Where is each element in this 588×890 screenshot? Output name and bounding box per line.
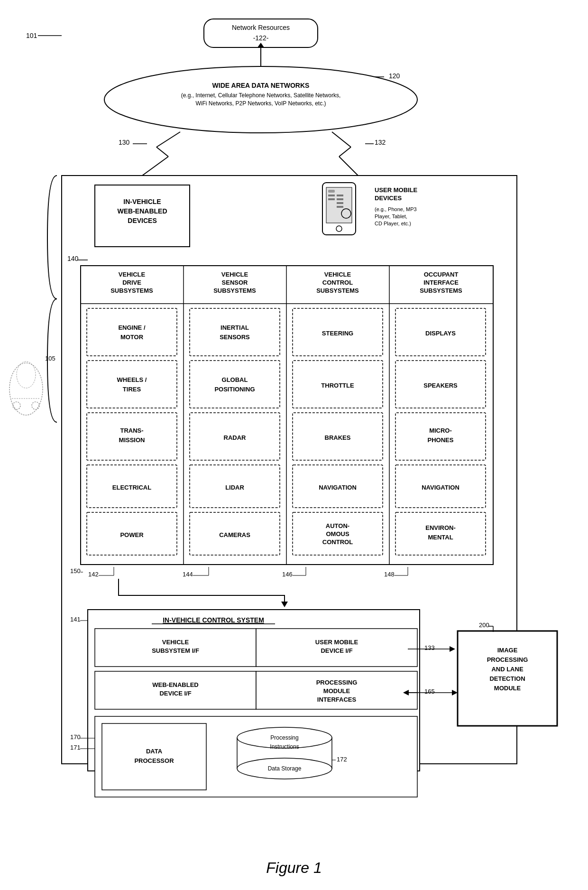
global-positioning-box — [190, 361, 280, 408]
inertial-sensors-label1: INERTIAL — [220, 324, 249, 331]
environmental-label2: MENTAL — [428, 534, 453, 541]
image-processing-label1: IMAGE — [497, 647, 518, 654]
image-processing-label2: PROCESSING — [487, 656, 528, 663]
ref-105: 105 — [45, 355, 55, 362]
processing-module-label1: PROCESSING — [316, 679, 358, 686]
autonomous-label1: AUTON- — [326, 522, 349, 529]
col2-header2: SENSOR — [222, 279, 248, 286]
radar-label: RADAR — [224, 434, 247, 441]
global-positioning-label2: POSITIONING — [214, 386, 255, 393]
in-vehicle-label3: DEVICES — [128, 217, 156, 224]
wheels-tires-box — [87, 361, 177, 408]
phone-speaker — [328, 190, 335, 193]
engine-motor-label2: MOTOR — [120, 334, 144, 341]
wheels-tires-label1: WHEELS / — [117, 376, 147, 383]
microphones-label1: MICRO- — [429, 427, 452, 434]
user-mobile-desc2: Player, Tablet, — [375, 213, 407, 219]
processing-instructions-label: Processing — [270, 734, 298, 741]
phone-detail4 — [337, 198, 343, 200]
speakers-label: SPEAKERS — [423, 382, 458, 389]
col4-header2: INTERFACE — [423, 279, 459, 286]
car-outline — [9, 363, 43, 415]
processing-module-label2: MODULE — [323, 687, 350, 695]
brakes-label: BRAKES — [325, 434, 351, 441]
displays-label: DISPLAYS — [425, 330, 456, 337]
engine-motor-label1: ENGINE / — [118, 324, 145, 331]
ref-171: 171 — [70, 744, 81, 751]
inertial-sensors-box — [190, 308, 280, 356]
transmission-label2: MISSION — [119, 436, 145, 444]
throttle-label: THROTTLE — [321, 382, 354, 389]
wide-area-desc2: WiFi Networks, P2P Networks, VoIP Networ… — [196, 100, 326, 107]
svg-line-6 — [156, 147, 168, 157]
col3-header2: CONTROL — [322, 279, 353, 286]
figure-caption: Figure 1 — [266, 859, 322, 876]
phone-detail1 — [328, 195, 335, 196]
processing-module-label3: INTERFACES — [317, 696, 357, 703]
ref-140: 140 — [67, 255, 79, 262]
image-processing-label5: MODULE — [494, 685, 521, 692]
ref-130: 130 — [119, 139, 130, 146]
engine-motor-box — [87, 308, 177, 356]
wheels-tires-label2: TIRES — [123, 386, 141, 393]
user-mobile-desc1: (e.g., Phone, MP3 — [375, 206, 417, 212]
col1-header2: DRIVE — [122, 279, 141, 286]
ref-150: 150 — [70, 567, 81, 575]
ref-165: 165 — [424, 688, 435, 695]
network-resources-label: Network Resources — [232, 24, 290, 31]
ref-144: 144 — [183, 571, 193, 578]
user-mobile-desc3: CD Player, etc.) — [375, 221, 411, 226]
image-processing-label4: DETECTION — [489, 675, 525, 682]
ref-141: 141 — [70, 616, 81, 623]
ref-200: 200 — [479, 621, 489, 629]
global-positioning-label1: GLOBAL — [222, 376, 248, 383]
ref-148: 148 — [384, 571, 395, 578]
ref-132: 132 — [375, 139, 386, 146]
col2-header3: SUBSYSTEMS — [213, 287, 256, 294]
svg-line-7 — [142, 157, 168, 176]
data-processor-label1: DATA — [146, 748, 163, 755]
data-processor-label2: PROCESSOR — [134, 757, 174, 764]
in-vehicle-label1: IN-VEHICLE — [123, 198, 161, 205]
microphones-label2: PHONES — [428, 436, 454, 444]
cameras-label: CAMERAS — [219, 531, 250, 538]
ref-142: 142 — [88, 571, 99, 578]
transmission-label1: TRANS- — [120, 427, 143, 434]
in-vehicle-label2: WEB-ENABLED — [118, 207, 167, 215]
svg-line-5 — [156, 132, 180, 147]
image-processing-label3: AND LANE — [491, 666, 523, 673]
lidar-label: LIDAR — [225, 484, 244, 491]
navigation-col4-label: NAVIGATION — [422, 484, 459, 491]
car-wheel2 — [32, 402, 39, 409]
ref-133: 133 — [424, 644, 435, 651]
svg-line-9 — [339, 147, 351, 157]
web-enabled-if-label1: WEB-ENABLED — [152, 681, 199, 688]
navigation-col3-label: NAVIGATION — [319, 484, 357, 491]
col1-header1: VEHICLE — [119, 271, 146, 278]
col3-header3: SUBSYSTEMS — [316, 287, 359, 294]
vehicle-subsystem-if-label1: VEHICLE — [162, 639, 189, 646]
car-top — [17, 362, 36, 388]
phone-detail3 — [337, 195, 343, 196]
steering-label: STEERING — [322, 330, 353, 337]
col2-header1: VEHICLE — [221, 271, 248, 278]
data-processor-box — [102, 723, 206, 790]
ref-120: 120 — [389, 72, 400, 80]
environmental-label1: ENVIRON- — [425, 524, 456, 531]
phone-detail5 — [337, 202, 343, 204]
col4-header3: SUBSYSTEMS — [420, 287, 462, 294]
user-mobile-label2: DEVICES — [375, 195, 402, 202]
car-wheel1 — [13, 402, 20, 409]
wide-area-desc1: (e.g., Internet, Cellular Telephone Netw… — [181, 92, 341, 99]
wide-area-title: WIDE AREA DATA NETWORKS — [212, 82, 310, 89]
autonomous-label2: OMOUS — [326, 530, 349, 538]
inertial-sensors-label2: SENSORS — [220, 334, 250, 341]
in-vehicle-device-box — [95, 185, 190, 247]
user-mobile-label1: USER MOBILE — [375, 186, 418, 194]
data-storage-label: Data Storage — [268, 765, 302, 772]
brace-101 — [47, 176, 57, 422]
vehicle-subsystem-if-label2: SUBSYSTEM I/F — [152, 647, 199, 654]
network-resources-sublabel: -122- — [253, 34, 269, 42]
col1-header3: SUBSYSTEMS — [110, 287, 153, 294]
processing-instructions-sublabel: Instructions — [270, 743, 299, 750]
